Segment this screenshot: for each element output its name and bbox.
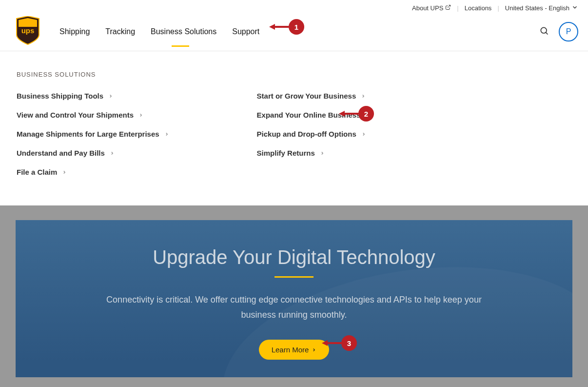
learn-more-button[interactable]: Learn More — [259, 340, 330, 360]
dd-understand-pay-bills[interactable]: Understand and Pay Bills — [17, 149, 169, 157]
about-label: About UPS — [412, 4, 443, 12]
dd-start-grow-business[interactable]: Start or Grow Your Business — [257, 92, 371, 100]
chevron-right-icon — [110, 149, 115, 157]
hero-divider — [274, 276, 314, 278]
dd-pickup-dropoff[interactable]: Pickup and Drop-off Options — [257, 130, 371, 138]
chevron-right-icon — [320, 149, 325, 157]
hero-button-label: Learn More — [272, 346, 309, 354]
chevron-right-icon — [361, 92, 366, 100]
hero-title: Upgrade Your Digital Technology — [35, 246, 553, 268]
dd-business-shipping-tools[interactable]: Business Shipping Tools — [17, 92, 169, 100]
chevron-down-icon — [571, 4, 578, 12]
dd-simplify-returns[interactable]: Simplify Returns — [257, 149, 371, 157]
dd-label: Start or Grow Your Business — [257, 92, 356, 100]
profile-badge[interactable]: P — [559, 22, 578, 41]
dd-label: Expand Your Online Business — [257, 111, 361, 119]
dd-label: Business Shipping Tools — [17, 92, 103, 100]
ups-logo[interactable]: ups — [16, 16, 40, 47]
locations-label: Locations — [465, 4, 492, 12]
chevron-right-icon — [108, 92, 113, 100]
dd-manage-large-enterprises[interactable]: Manage Shipments for Large Enterprises — [17, 130, 169, 138]
dd-label: File a Claim — [17, 168, 57, 176]
divider: | — [497, 4, 499, 12]
dropdown-columns: Business Shipping Tools View and Control… — [17, 92, 571, 176]
about-link[interactable]: About UPS — [412, 4, 451, 12]
main-nav: ups Shipping Tracking Business Solutions… — [0, 12, 588, 51]
nav-links: Shipping Tracking Business Solutions Sup… — [59, 23, 539, 40]
dropdown-col2: Start or Grow Your Business Expand Your … — [257, 92, 371, 176]
dd-expand-online-business[interactable]: Expand Your Online Business — [257, 111, 371, 119]
chevron-right-icon — [138, 111, 143, 119]
svg-line-3 — [546, 32, 548, 34]
nav-business-solutions[interactable]: Business Solutions — [151, 23, 216, 40]
nav-right: P — [539, 22, 578, 41]
chevron-right-icon — [312, 346, 316, 354]
dd-label: View and Control Your Shipments — [17, 111, 134, 119]
dropdown-heading: BUSINESS SOLUTIONS — [17, 71, 571, 78]
hero-card: Upgrade Your Digital Technology Connecti… — [16, 220, 572, 377]
dropdown-col1: Business Shipping Tools View and Control… — [17, 92, 169, 176]
svg-point-2 — [541, 27, 547, 33]
chevron-right-icon — [62, 168, 67, 176]
locations-link[interactable]: Locations — [465, 4, 492, 12]
svg-text:ups: ups — [21, 26, 35, 35]
dd-label: Pickup and Drop-off Options — [257, 130, 356, 138]
top-bar: About UPS | Locations | United States - … — [0, 0, 588, 12]
profile-initial: P — [566, 27, 571, 36]
dropdown-panel: BUSINESS SOLUTIONS Business Shipping Too… — [0, 51, 588, 205]
chevron-right-icon — [361, 130, 366, 138]
external-link-icon — [445, 4, 451, 12]
search-icon[interactable] — [539, 26, 549, 38]
divider: | — [457, 4, 458, 12]
chevron-right-icon — [365, 111, 370, 119]
nav-support[interactable]: Support — [232, 23, 259, 40]
hero-section: Upgrade Your Digital Technology Connecti… — [0, 205, 588, 387]
svg-line-0 — [448, 5, 451, 8]
locale-selector[interactable]: United States - English — [505, 4, 578, 12]
chevron-right-icon — [164, 130, 169, 138]
locale-label: United States - English — [505, 4, 569, 12]
nav-tracking[interactable]: Tracking — [105, 23, 135, 40]
dd-label: Understand and Pay Bills — [17, 149, 105, 157]
hero-text: Connectivity is critical. We offer cutti… — [104, 292, 484, 322]
dd-file-claim[interactable]: File a Claim — [17, 168, 169, 176]
dd-label: Manage Shipments for Large Enterprises — [17, 130, 159, 138]
dd-label: Simplify Returns — [257, 149, 315, 157]
nav-shipping[interactable]: Shipping — [59, 23, 90, 40]
dd-view-control-shipments[interactable]: View and Control Your Shipments — [17, 111, 169, 119]
